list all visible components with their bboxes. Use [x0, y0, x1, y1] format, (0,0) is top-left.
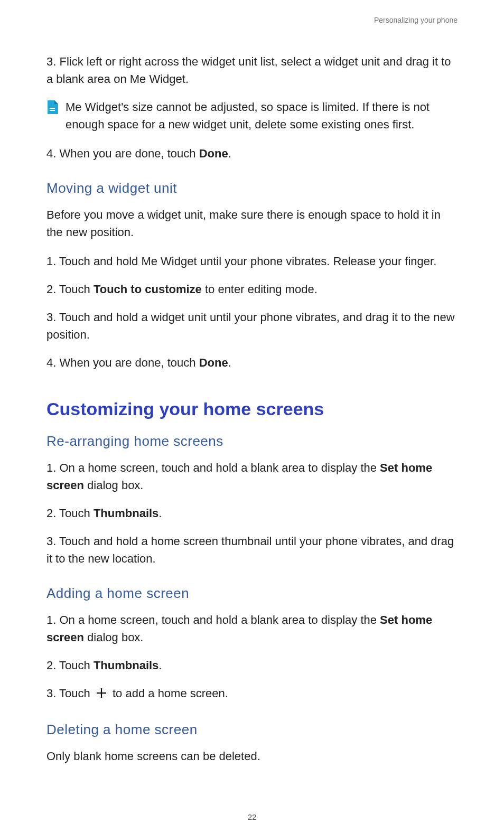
rearr-step-3: 3. Touch and hold a home screen thumbnai… — [46, 532, 458, 567]
step-number: 4. — [46, 147, 59, 160]
step-text-post: dialog box. — [84, 479, 144, 492]
step-text-post: . — [228, 147, 231, 160]
step-number: 1. — [46, 255, 59, 268]
step-text-pre: Touch — [59, 283, 94, 296]
moving-step-1: 1. Touch and hold Me Widget until your p… — [46, 252, 458, 270]
svg-rect-0 — [50, 108, 55, 109]
page: Personalizing your phone 3. Flick left o… — [0, 0, 504, 833]
step-text-bold: Thumbnails — [94, 507, 158, 520]
step-text-bold: Done — [199, 147, 228, 160]
step-text-pre: Touch — [59, 507, 94, 520]
step-text-bold: Done — [199, 356, 228, 369]
moving-step-3: 3. Touch and hold a widget unit until yo… — [46, 308, 458, 343]
note-text: Me Widget's size cannot be adjusted, so … — [66, 98, 458, 133]
moving-intro: Before you move a widget unit, make sure… — [46, 206, 458, 241]
subheading-moving: Moving a widget unit — [46, 180, 458, 196]
step-text-pre: When you are done, touch — [59, 356, 199, 369]
step-number: 3. — [46, 311, 59, 324]
note: Me Widget's size cannot be adjusted, so … — [46, 98, 458, 133]
adding-step-3: 3. Touch to add a home screen. — [46, 685, 458, 704]
step-number: 1. — [46, 461, 59, 474]
step-text-post: . — [158, 659, 162, 672]
step-text: Touch and hold Me Widget until your phon… — [59, 255, 436, 268]
step-text-pre: When you are done, touch — [59, 147, 199, 160]
step-number: 3. — [46, 535, 59, 548]
note-icon — [46, 100, 58, 114]
page-number: 22 — [0, 812, 504, 821]
moving-step-4: 4. When you are done, touch Done. — [46, 354, 458, 371]
step-number: 4. — [46, 356, 59, 369]
step-text-bold: Thumbnails — [94, 659, 158, 672]
step-number: 3. — [46, 55, 59, 68]
adding-step-1: 1. On a home screen, touch and hold a bl… — [46, 611, 458, 646]
step-text-pre: On a home screen, touch and hold a blank… — [59, 461, 380, 474]
step-4: 4. When you are done, touch Done. — [46, 145, 458, 162]
step-text-pre: Touch — [59, 659, 94, 672]
step-text-bold: Touch to customize — [94, 283, 202, 296]
heading-customizing: Customizing your home screens — [46, 399, 458, 419]
step-3: 3. Flick left or right across the widget… — [46, 53, 458, 88]
subheading-deleting: Deleting a home screen — [46, 722, 458, 738]
subheading-rearranging: Re-arranging home screens — [46, 433, 458, 450]
step-text-post: . — [158, 507, 162, 520]
step-text-post: . — [228, 356, 231, 369]
adding-step-2: 2. Touch Thumbnails. — [46, 657, 458, 674]
step-text: Touch and hold a widget unit until your … — [46, 311, 455, 341]
step-text-pre: Touch — [59, 687, 94, 700]
step-number: 2. — [46, 507, 59, 520]
deleting-text: Only blank home screens can be deleted. — [46, 747, 458, 765]
step-number: 3. — [46, 687, 59, 700]
svg-rect-1 — [50, 110, 55, 111]
step-text-post: to add a home screen. — [109, 687, 228, 700]
step-text-pre: On a home screen, touch and hold a blank… — [59, 613, 380, 626]
step-text: Touch and hold a home screen thumbnail u… — [46, 535, 454, 565]
step-number: 1. — [46, 613, 59, 626]
step-text: Flick left or right across the widget un… — [46, 55, 451, 86]
rearr-step-2: 2. Touch Thumbnails. — [46, 504, 458, 522]
step-number: 2. — [46, 283, 59, 296]
plus-icon — [96, 686, 107, 704]
step-number: 2. — [46, 659, 59, 672]
step-text-post: dialog box. — [84, 631, 144, 644]
rearr-step-1: 1. On a home screen, touch and hold a bl… — [46, 459, 458, 494]
subheading-adding: Adding a home screen — [46, 585, 458, 602]
step-text-post: to enter editing mode. — [202, 283, 318, 296]
page-header-breadcrumb: Personalizing your phone — [46, 16, 458, 24]
moving-step-2: 2. Touch Touch to customize to enter edi… — [46, 280, 458, 298]
